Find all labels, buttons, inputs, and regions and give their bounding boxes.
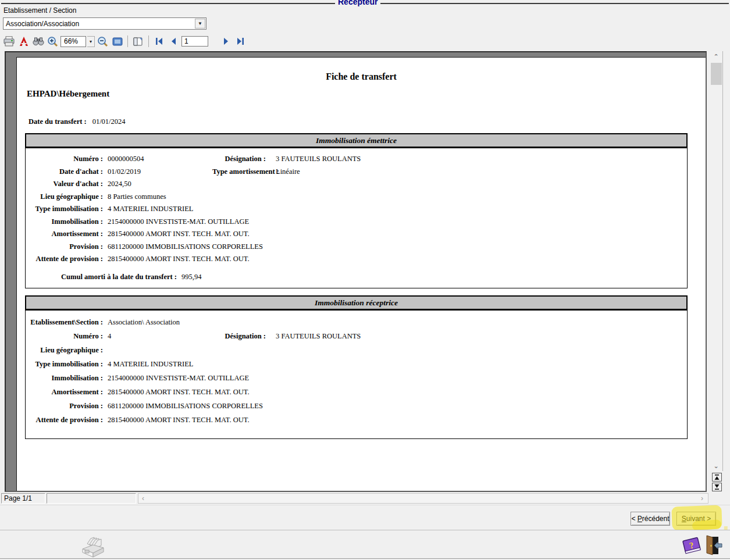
status-bar: Page 1/1 ‹ › xyxy=(0,492,730,505)
field-label: Etablissement\Section : xyxy=(26,318,108,327)
toc-button[interactable] xyxy=(131,35,145,48)
zoom-level-select[interactable]: 66% xyxy=(60,36,86,47)
scroll-down-icon[interactable]: ⌄ xyxy=(710,461,722,471)
field-label: Amortissement : xyxy=(26,230,108,238)
field-row: Valeur d'achat : 2024,50 xyxy=(26,178,687,191)
scroll-left-icon[interactable]: ‹ xyxy=(142,494,144,502)
field-value: 2154000000 INVESTISTE-MAT. OUTILLAGE xyxy=(108,374,687,383)
field-value: 995,94 xyxy=(181,273,687,281)
fit-page-button[interactable] xyxy=(111,35,124,48)
card-index-button-disabled xyxy=(79,535,106,560)
section-body: Etablissement\Section : Association\ Ass… xyxy=(25,310,688,439)
print-icon xyxy=(3,36,15,47)
transfer-date-value: 01/01/2024 xyxy=(92,117,126,126)
scroll-top-icon xyxy=(714,475,720,480)
wizard-button-band: < Précédent Suivant > xyxy=(0,505,730,530)
section-header: Immobilisation émettrice xyxy=(25,133,688,148)
report-title: Fiche de transfert xyxy=(17,72,706,82)
field-value: 4 xyxy=(108,332,212,341)
precedent-button[interactable]: < Précédent xyxy=(631,512,670,526)
etablissement-section-label: Etablissement / Section xyxy=(3,6,76,15)
etablissement-section-combobox[interactable]: Association/Association ▼ xyxy=(3,17,206,30)
exit-button[interactable] xyxy=(704,534,722,558)
page-number-input[interactable] xyxy=(181,36,208,47)
field-row: Type immobilisation : 4 MATERIEL INDUSTR… xyxy=(26,203,687,216)
field-value2: 3 FAUTEUILS ROULANTS xyxy=(270,332,687,341)
field-value: 2815400000 AMORT INST. TECH. MAT. OUT. xyxy=(108,416,687,425)
horizontal-scrollbar[interactable]: ‹ › xyxy=(138,493,708,504)
section-body: Numéro : 0000000504 Désignation : 3 FAUT… xyxy=(25,148,688,288)
field-value: 4 MATERIEL INDUSTRIEL xyxy=(108,205,687,213)
zoom-in-icon xyxy=(47,36,58,47)
zoom-level-dropdown-arrow[interactable]: ▼ xyxy=(87,36,95,47)
field-label2: Type amortissement : xyxy=(212,167,270,176)
field-value: Association\ Association xyxy=(108,318,687,327)
find-button[interactable] xyxy=(31,35,45,48)
exit-door-icon xyxy=(704,534,722,557)
field-value: 0000000504 xyxy=(108,155,212,163)
field-row: Amortissement : 2815400000 AMORT INST. T… xyxy=(26,228,687,241)
zoom-out-button[interactable] xyxy=(96,35,109,48)
recepteur-group-label: Récepteur xyxy=(335,0,380,6)
vertical-scrollbar[interactable]: ⌃ ⌄ xyxy=(710,51,723,471)
report-page: Fiche de transfert EHPAD\Hébergement Dat… xyxy=(16,57,706,492)
toolbar-separator xyxy=(127,35,128,47)
page-info-panel: Page 1/1 xyxy=(1,493,45,504)
help-button[interactable]: ? xyxy=(681,536,703,557)
field-label: Amortissement : xyxy=(26,388,108,397)
scroll-bottom-icon xyxy=(714,484,720,490)
card-index-icon xyxy=(79,535,106,558)
last-page-icon xyxy=(236,37,245,45)
export-pdf-button[interactable] xyxy=(17,35,30,48)
field-label: Date d'achat : xyxy=(26,167,108,176)
field-row: Cumul amorti à la date du transfert : 99… xyxy=(26,271,687,284)
field-label2: Désignation : xyxy=(212,155,270,163)
scroll-up-icon[interactable]: ⌃ xyxy=(710,51,722,62)
field-row: Immobilisation : 2154000000 INVESTISTE-M… xyxy=(26,216,687,229)
vertical-scrollbar-thumb[interactable] xyxy=(711,63,722,85)
next-page-icon xyxy=(222,37,230,45)
field-value: 2024,50 xyxy=(108,180,687,188)
field-row: Lieu géographique : xyxy=(26,343,687,357)
field-label: Numéro : xyxy=(26,332,108,341)
suivant-button[interactable]: Suivant > xyxy=(676,512,716,526)
field-value: 8 Parties communes xyxy=(108,192,687,201)
field-row: Attente de provision : 2815400000 AMORT … xyxy=(26,253,687,266)
field-row: Immobilisation : 2154000000 INVESTISTE-M… xyxy=(26,371,687,385)
field-row: Date d'achat : 01/02/2019 Type amortisse… xyxy=(26,166,687,179)
field-row: Type immobilisation : 4 MATERIEL INDUSTR… xyxy=(26,357,687,371)
next-page-button[interactable] xyxy=(219,35,232,48)
first-page-icon xyxy=(155,37,164,45)
zoom-in-button[interactable] xyxy=(46,35,59,48)
print-button[interactable] xyxy=(2,35,16,48)
last-page-button[interactable] xyxy=(233,35,247,48)
zoom-level-value: 66% xyxy=(64,37,78,45)
report-subtitle: EHPAD\Hébergement xyxy=(27,89,109,99)
field-row: Etablissement\Section : Association\ Ass… xyxy=(26,315,687,329)
prev-page-button[interactable] xyxy=(167,35,180,48)
scroll-to-bottom-button[interactable] xyxy=(712,483,722,491)
field-row: Numéro : 0000000504 Désignation : 3 FAUT… xyxy=(26,153,687,166)
field-label: Numéro : xyxy=(26,155,108,163)
section-header: Immobilisation réceptrice xyxy=(25,295,688,310)
help-book-icon: ? xyxy=(681,536,703,555)
scroll-to-top-button[interactable] xyxy=(712,473,722,481)
zoom-out-icon xyxy=(97,36,108,47)
section-immobilisation-receptrice: Immobilisation réceptrice Etablissement\… xyxy=(25,295,688,439)
field-label: Type immobilisation : xyxy=(26,205,108,213)
field-label: Immobilisation : xyxy=(26,217,108,226)
scroll-right-icon[interactable]: › xyxy=(701,494,703,502)
first-page-button[interactable] xyxy=(152,35,166,48)
binoculars-icon xyxy=(33,37,44,46)
status-panel-empty xyxy=(47,493,136,504)
chevron-down-icon[interactable]: ▼ xyxy=(195,19,205,28)
field-label2: Désignation : xyxy=(212,332,270,341)
field-row: Provision : 6811200000 IMMOBILISATIONS C… xyxy=(26,241,687,254)
field-label: Provision : xyxy=(26,402,108,411)
field-label: Lieu géographique : xyxy=(26,192,108,201)
report-preview-area: Fiche de transfert EHPAD\Hébergement Dat… xyxy=(5,51,707,492)
field-value: 01/02/2019 xyxy=(108,167,212,176)
field-row: Numéro : 4 Désignation : 3 FAUTEUILS ROU… xyxy=(26,329,687,343)
toc-book-icon xyxy=(133,37,144,47)
field-value: 2815400000 AMORT INST. TECH. MAT. OUT. xyxy=(108,255,687,263)
